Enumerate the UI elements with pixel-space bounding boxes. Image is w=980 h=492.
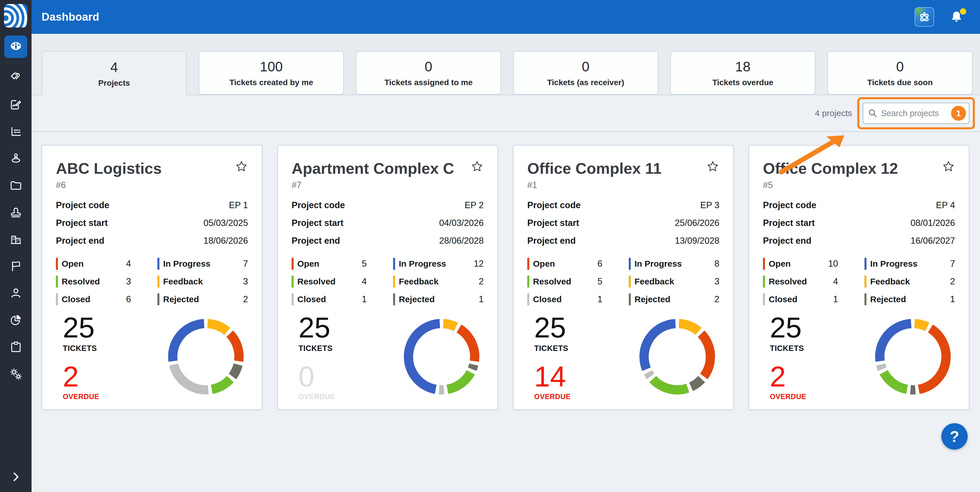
project-title: Office Complex 11 (527, 159, 662, 177)
sidebar-item-folder[interactable] (9, 179, 23, 193)
notifications-button[interactable] (949, 10, 964, 24)
status-label: Resolved (62, 277, 100, 287)
sidebar-item-gauge[interactable] (4, 35, 27, 58)
status-count: 10 (828, 259, 838, 269)
overdue-count: 2 (63, 362, 132, 391)
project-start-value: 25/06/2026 (675, 218, 719, 228)
sidebar-expand-button[interactable] (10, 471, 22, 484)
status-resolved: Resolved4 (291, 275, 367, 288)
favorite-star-button[interactable] (235, 160, 248, 174)
status-open: Open6 (527, 258, 602, 270)
gauge-icon (9, 40, 23, 54)
sidebar-item-chart[interactable] (9, 125, 23, 139)
star-icon (706, 160, 719, 173)
stat-tab-4[interactable]: 18Tickets overdue (670, 51, 815, 95)
status-count: 3 (243, 276, 248, 287)
project-code-label: Project code (763, 200, 816, 210)
card-summary: 25 TICKETS 2 OVERDUE (56, 313, 248, 401)
project-end-value: 13/09/2028 (675, 236, 719, 246)
sidebar-item-person[interactable] (9, 287, 23, 301)
status-label: Resolved (769, 277, 807, 287)
app-logo[interactable] (4, 4, 27, 29)
status-count: 7 (950, 259, 955, 269)
tickets-count: 25 (299, 313, 367, 342)
status-color-bar (629, 293, 631, 305)
tickets-count: 25 (63, 313, 132, 342)
project-code-value: EP 3 (700, 200, 719, 210)
sidebar (0, 0, 32, 492)
sidebar-item-pie[interactable] (9, 314, 23, 327)
sidebar-item-stamp[interactable] (9, 206, 23, 220)
favorite-star-button[interactable] (706, 160, 719, 174)
project-card[interactable]: Office Complex 11 #1 Project codeEP 3 Pr… (513, 145, 734, 410)
stat-tab-1[interactable]: 100Tickets created by me (199, 51, 344, 95)
search-icon (868, 108, 878, 118)
status-count: 6 (126, 294, 131, 304)
sidebar-item-flag[interactable] (9, 260, 23, 274)
status-color-bar (527, 258, 529, 270)
status-count: 12 (474, 259, 484, 269)
status-count: 4 (126, 259, 131, 269)
status-color-bar (56, 275, 58, 288)
sidebar-item-gears[interactable] (9, 368, 23, 381)
status-color-bar (291, 293, 294, 305)
overdue-label: OVERDUE (770, 393, 838, 401)
main-content: Dashboard 4Projects100Tickets (32, 0, 980, 492)
project-count-text: 4 projects (815, 108, 852, 118)
status-color-bar (393, 275, 395, 288)
project-meta: Project codeEP 1 Project start05/03/2025… (56, 200, 248, 246)
project-card[interactable]: ABC Logistics #6 Project codeEP 1 Projec… (41, 145, 262, 410)
ticket-status-donut-chart (635, 314, 719, 400)
status-feedback: Feedback3 (158, 275, 248, 288)
stat-tab-3[interactable]: 0Tickets (as receiver) (513, 51, 658, 95)
project-end-value: 16/06/2027 (911, 236, 955, 246)
status-label: Open (533, 259, 555, 269)
favorite-star-button[interactable] (942, 160, 955, 174)
status-count: 2 (950, 276, 955, 287)
status-label: Open (62, 259, 84, 269)
project-card[interactable]: Apartment Complex C #7 Project codeEP 2 … (277, 145, 498, 410)
project-end-label: Project end (56, 236, 104, 246)
status-feedback: Feedback2 (864, 275, 955, 288)
stat-value: 18 (735, 59, 750, 75)
status-count: 5 (362, 259, 367, 269)
project-start-value: 04/03/2026 (439, 218, 484, 228)
project-number: #1 (527, 180, 719, 190)
sidebar-item-clipboard[interactable] (9, 341, 23, 354)
status-color-bar (56, 293, 58, 305)
status-count: 5 (598, 276, 602, 287)
status-rejected: Rejected2 (629, 293, 719, 306)
project-card[interactable]: Office Complex 12 #5 Project codeEP 4 Pr… (749, 145, 969, 410)
overdue-count: 0 (299, 362, 367, 391)
status-count: 2 (243, 294, 248, 304)
star-icon (471, 160, 484, 173)
sidebar-item-buildings[interactable] (9, 233, 23, 247)
stat-label: Tickets (as receiver) (547, 78, 624, 87)
favorite-star-button[interactable] (471, 160, 484, 174)
sidebar-item-contract[interactable] (9, 98, 23, 112)
status-rejected: Rejected1 (393, 293, 484, 306)
project-number: #7 (291, 180, 484, 190)
tickets-label: TICKETS (299, 344, 367, 353)
status-rejected: Rejected1 (864, 293, 955, 306)
status-count: 2 (714, 294, 719, 304)
status-closed: Closed6 (56, 293, 131, 306)
status-feedback: Feedback2 (393, 275, 484, 288)
status-color-bar (291, 275, 294, 288)
sidebar-item-person-pin[interactable] (9, 152, 23, 166)
status-resolved: Resolved4 (763, 275, 838, 288)
stat-tab-0[interactable]: 4Projects (41, 51, 187, 95)
apps-button[interactable] (915, 7, 934, 27)
overdue-count: 2 (770, 362, 838, 391)
status-closed: Closed1 (527, 293, 602, 306)
person-pin-icon (9, 152, 23, 166)
stat-tab-5[interactable]: 0Tickets due soon (827, 51, 972, 95)
overdue-count: 14 (534, 362, 603, 391)
stat-tab-2[interactable]: 0Tickets assigned to me (356, 51, 501, 95)
status-count: 7 (243, 259, 248, 269)
gears-icon (9, 367, 23, 382)
sidebar-item-tags[interactable] (9, 71, 23, 85)
stat-label: Tickets overdue (712, 78, 773, 87)
folder-icon (9, 178, 23, 193)
help-button[interactable]: ? (941, 423, 968, 449)
